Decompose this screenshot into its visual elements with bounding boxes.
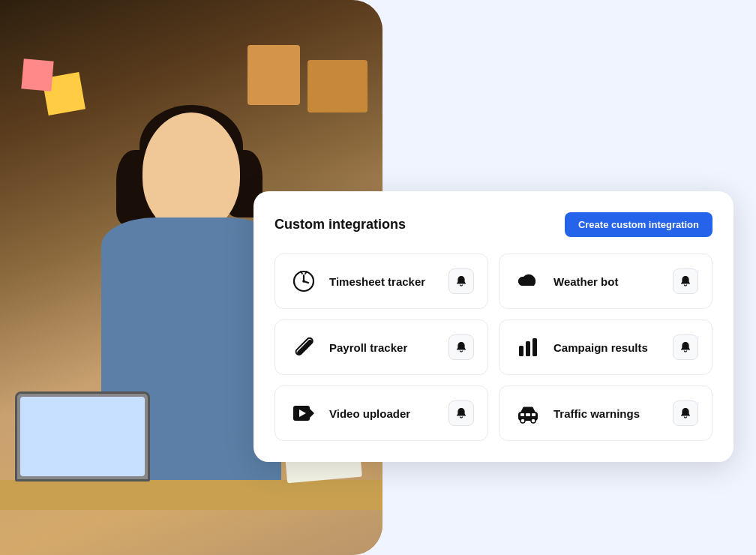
- svg-point-15: [520, 418, 525, 423]
- bell-icon: [680, 275, 692, 287]
- svg-rect-8: [519, 346, 524, 356]
- tag-icon: [289, 332, 319, 362]
- list-item[interactable]: Traffic warnings: [499, 386, 712, 441]
- bell-icon: [680, 341, 692, 353]
- list-item[interactable]: Campaign results: [499, 320, 712, 375]
- bell-button[interactable]: [448, 400, 474, 426]
- bell-icon: [455, 407, 467, 419]
- bar-chart-icon: [513, 332, 543, 362]
- bell-icon: [455, 275, 467, 287]
- desk: [0, 480, 382, 510]
- integration-name: Payroll tracker: [329, 341, 448, 354]
- sticky-note-2: [21, 58, 53, 91]
- list-item[interactable]: Payroll tracker: [274, 320, 488, 375]
- list-item[interactable]: Video uploader: [274, 386, 488, 441]
- clock-icon: [289, 266, 319, 296]
- integration-name: Campaign results: [554, 341, 673, 354]
- head: [142, 112, 240, 232]
- integrations-grid: Timesheet tracker Weather bot: [274, 254, 712, 441]
- car-icon: [513, 398, 543, 428]
- bell-button[interactable]: [448, 334, 474, 360]
- list-item[interactable]: Weather bot: [499, 254, 712, 309]
- svg-rect-17: [520, 413, 524, 416]
- cloud-icon: [513, 266, 543, 296]
- video-icon: [289, 398, 319, 428]
- bell-button[interactable]: [673, 400, 698, 426]
- svg-rect-19: [532, 413, 536, 416]
- svg-rect-18: [526, 413, 530, 416]
- custom-integrations-card: Custom integrations Create custom integr…: [254, 191, 734, 462]
- bell-icon: [455, 341, 467, 353]
- integration-name: Timesheet tracker: [329, 275, 448, 288]
- list-item[interactable]: Timesheet tracker: [274, 254, 488, 309]
- svg-line-3: [304, 281, 308, 283]
- laptop-screen: [20, 397, 145, 476]
- create-custom-integration-button[interactable]: Create custom integration: [565, 212, 712, 237]
- integration-name: Video uploader: [329, 407, 448, 420]
- card-header: Custom integrations Create custom integr…: [274, 212, 712, 237]
- bell-icon: [680, 407, 692, 419]
- laptop: [15, 392, 150, 482]
- bell-button[interactable]: [673, 334, 698, 360]
- bell-button[interactable]: [448, 268, 474, 294]
- card-title: Custom integrations: [274, 217, 406, 232]
- svg-rect-10: [532, 338, 537, 356]
- svg-point-16: [531, 418, 536, 423]
- bell-button[interactable]: [673, 268, 698, 294]
- scene: Custom integrations Create custom integr…: [0, 0, 756, 555]
- svg-rect-9: [526, 341, 530, 356]
- svg-marker-12: [310, 409, 314, 418]
- integration-name: Traffic warnings: [554, 407, 673, 420]
- integration-name: Weather bot: [554, 275, 673, 288]
